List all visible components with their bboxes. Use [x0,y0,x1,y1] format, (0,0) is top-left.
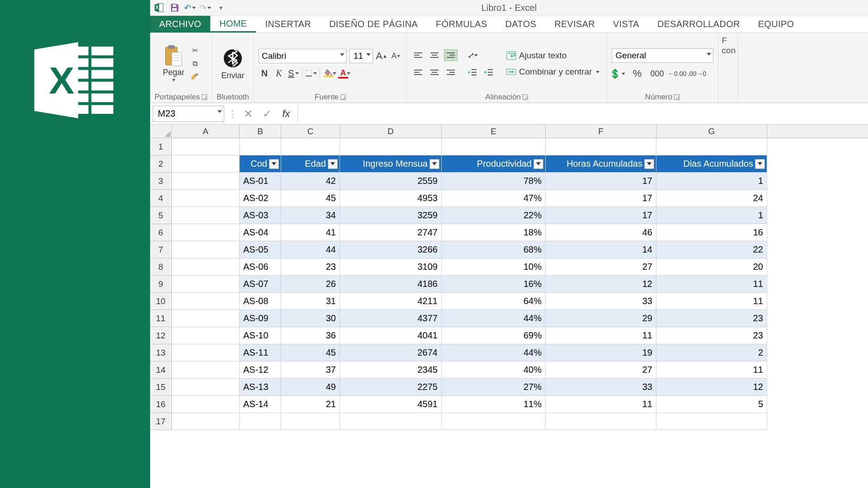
excel-icon[interactable]: X [153,2,165,14]
accounting-format-icon[interactable]: 💲 [612,68,623,79]
cell[interactable]: 24 [656,190,767,207]
cell[interactable] [172,190,240,207]
cell[interactable]: 17 [546,190,656,207]
qat-customize-icon[interactable]: ▾ [214,2,227,14]
cell[interactable] [240,138,281,155]
underline-button[interactable]: S [288,68,299,79]
table-header-cell[interactable]: Dias Acumulados [656,155,767,173]
cell[interactable] [172,138,240,155]
cell[interactable]: 44% [442,310,546,327]
cell[interactable]: 31 [281,293,340,310]
cell[interactable]: 30 [281,310,340,327]
cell[interactable] [442,413,546,430]
cell[interactable]: 3259 [340,207,442,224]
cell[interactable]: 22 [656,241,767,258]
align-bottom-icon[interactable] [444,49,458,61]
cell[interactable] [656,138,767,155]
table-header-cell[interactable]: Cod [240,155,281,173]
filter-button[interactable] [269,159,279,169]
tab-archivo[interactable]: ARCHIVO [150,16,210,33]
cell[interactable]: AS-11 [240,344,281,361]
cell[interactable]: 69% [442,327,546,344]
cell[interactable] [172,241,240,258]
cell[interactable]: 45 [281,190,340,207]
cell[interactable]: 64% [442,293,546,310]
cell[interactable]: 4591 [340,396,442,413]
cell[interactable] [172,155,240,173]
tab-diseno-pagina[interactable]: DISEÑO DE PÁGINA [320,16,427,33]
font-family-select[interactable]: Calibri [259,49,347,63]
cell[interactable]: AS-05 [240,241,281,258]
cell[interactable]: 44 [281,241,340,258]
tab-desarrollador[interactable]: DESARROLLADOR [648,16,749,33]
cell[interactable]: 16% [442,276,546,293]
row-header[interactable]: 2 [150,155,172,173]
save-icon[interactable] [168,2,181,14]
row-header[interactable]: 8 [150,258,172,276]
cell[interactable]: 42 [281,173,340,190]
cell[interactable] [172,310,240,327]
cell[interactable]: 19 [546,344,656,361]
cell[interactable]: AS-03 [240,207,281,224]
cell[interactable]: AS-14 [240,396,281,413]
cell[interactable]: 33 [546,379,656,396]
cancel-formula-icon[interactable]: ✕ [241,106,256,122]
cell[interactable]: 4041 [340,327,442,344]
align-left-icon[interactable] [411,66,425,78]
col-header[interactable]: D [340,125,442,138]
paste-button[interactable]: Pegar ▾ [161,44,186,83]
table-header-cell[interactable]: Productividad [442,155,546,173]
cell[interactable]: 4211 [340,293,442,310]
cell[interactable] [172,327,240,344]
cell[interactable] [172,344,240,361]
cell[interactable]: 23 [656,327,767,344]
cell[interactable] [240,413,281,430]
cell[interactable] [172,276,240,293]
cell[interactable]: 78% [442,173,546,190]
cell[interactable]: 49 [281,379,340,396]
name-box[interactable]: M23 [153,106,224,122]
cell[interactable]: 2275 [340,379,442,396]
cell[interactable] [172,293,240,310]
font-color-icon[interactable]: A [337,68,349,79]
tab-vista[interactable]: VISTA [604,16,648,33]
cell[interactable]: AS-13 [240,379,281,396]
cell[interactable]: 33 [546,293,656,310]
row-header[interactable]: 17 [150,413,172,430]
filter-button[interactable] [644,159,654,169]
tab-equipo[interactable]: EQUIPO [749,16,803,33]
table-header-cell[interactable]: Horas Acumuladas [546,155,656,173]
cell[interactable]: 2559 [340,173,442,190]
cell[interactable]: 18% [442,224,546,241]
filter-button[interactable] [429,159,439,169]
clipboard-launcher-icon[interactable] [202,94,207,100]
thousands-format-icon[interactable]: 000 [651,68,663,79]
cell[interactable]: 1 [656,173,767,190]
cell[interactable]: 47% [442,190,546,207]
row-header[interactable]: 1 [150,138,172,155]
cell[interactable]: 1 [656,207,767,224]
cell[interactable]: 2345 [340,361,442,379]
format-painter-icon[interactable] [189,72,201,83]
cell[interactable]: AS-10 [240,327,281,344]
cell[interactable]: 41 [281,224,340,241]
cell[interactable] [172,224,240,241]
cell[interactable]: 12 [546,276,656,293]
font-launcher-icon[interactable] [340,94,346,100]
row-header[interactable]: 15 [150,379,172,396]
number-launcher-icon[interactable] [674,94,679,100]
cell[interactable] [172,258,240,276]
font-size-select[interactable]: 11 [349,49,373,63]
decrease-decimal-icon[interactable]: .00→0 [691,68,703,79]
cell[interactable]: 11% [442,396,546,413]
fill-color-icon[interactable] [323,68,335,79]
cell[interactable]: 14 [546,241,656,258]
decrease-indent-icon[interactable] [466,66,479,78]
merge-center-button[interactable]: Combinar y centrar [504,66,602,78]
cell[interactable]: 23 [656,310,767,327]
cell[interactable]: 44% [442,344,546,361]
redo-icon[interactable]: ↷ [199,2,212,14]
cell[interactable]: AS-12 [240,361,281,379]
alignment-launcher-icon[interactable] [523,94,528,100]
select-all-corner[interactable] [150,125,172,138]
